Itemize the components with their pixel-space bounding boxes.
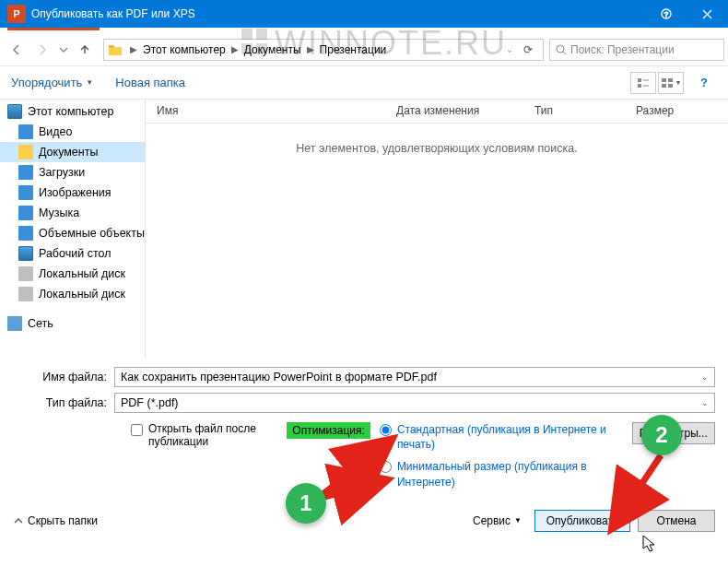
service-button[interactable]: Сервис▼ <box>473 514 522 527</box>
cancel-button[interactable]: Отмена <box>638 510 715 532</box>
svg-rect-19 <box>668 84 673 88</box>
svg-rect-18 <box>662 84 666 88</box>
disk-icon <box>18 287 33 301</box>
monitor-icon <box>7 104 22 119</box>
pictures-icon <box>18 185 33 200</box>
back-button[interactable] <box>4 37 29 63</box>
sidebar: Этот компьютер Видео Документы Загрузки … <box>0 100 146 358</box>
col-type[interactable]: Тип <box>523 100 625 123</box>
svg-rect-8 <box>109 47 122 55</box>
path-seg-root[interactable]: Этот компьютер <box>141 43 228 56</box>
cursor-icon <box>642 535 657 553</box>
address-bar[interactable]: ▶ Этот компьютер ▶ Документы ▶ Презентац… <box>103 39 544 61</box>
help-button[interactable]: ? <box>691 76 717 89</box>
navigation-bar: ▶ Этот компьютер ▶ Документы ▶ Презентац… <box>0 33 728 66</box>
search-icon <box>556 44 567 55</box>
publish-button[interactable]: Опубликовать <box>534 510 630 532</box>
filetype-label: Тип файла: <box>13 396 114 409</box>
svg-rect-16 <box>662 78 666 82</box>
view-mode-button-1[interactable] <box>630 72 656 94</box>
col-date[interactable]: Дата изменения <box>385 100 523 123</box>
column-headers: Имя Дата изменения Тип Размер <box>146 100 728 124</box>
filename-label: Имя файла: <box>13 371 114 383</box>
refresh-button[interactable]: ⟳ <box>517 43 539 56</box>
col-size[interactable]: Размер <box>625 100 708 123</box>
sidebar-item-desktop[interactable]: Рабочий стол <box>0 243 145 264</box>
window-title: Опубликовать как PDF или XPS <box>31 7 645 20</box>
video-icon <box>18 124 33 139</box>
radio-standard[interactable]: Стандартная (публикация в Интернете и пе… <box>380 422 632 452</box>
svg-point-10 <box>557 45 564 53</box>
chevron-down-icon[interactable]: ⌄ <box>502 44 517 54</box>
forward-button[interactable] <box>29 37 55 63</box>
filename-field[interactable]: Как сохранить презентацию PowerPoint в ф… <box>114 367 715 387</box>
chevron-right-icon: ▶ <box>126 44 141 54</box>
radio-minimal[interactable]: Минимальный размер (публикация в Интерне… <box>380 459 632 489</box>
hide-folders-button[interactable]: Скрыть папки <box>13 514 98 527</box>
recent-locations-button[interactable] <box>55 37 72 63</box>
filetype-field[interactable]: PDF (*.pdf)⌄ <box>114 393 715 413</box>
open-after-checkbox[interactable]: Открыть файл после публикации <box>131 422 287 448</box>
up-button[interactable] <box>72 37 98 63</box>
svg-line-11 <box>563 52 566 54</box>
downloads-icon <box>18 165 33 180</box>
help-titlebar-button[interactable]: ? <box>645 0 687 28</box>
organize-button[interactable]: Упорядочить▼ <box>11 76 93 89</box>
toolbar: Упорядочить▼ Новая папка ▼ ? <box>0 66 728 100</box>
view-mode-button-2[interactable]: ▼ <box>658 72 684 94</box>
network-icon <box>7 316 22 331</box>
sidebar-item-video[interactable]: Видео <box>0 122 145 142</box>
new-folder-button[interactable]: Новая папка <box>115 76 185 89</box>
col-name[interactable]: Имя <box>146 100 385 123</box>
chevron-up-icon <box>13 515 24 526</box>
search-placeholder: Поиск: Презентации <box>570 43 675 56</box>
accent-underline <box>7 28 100 30</box>
empty-folder-message: Нет элементов, удовлетворяющих условиям … <box>146 142 728 155</box>
sidebar-item-localdisk-d[interactable]: Локальный диск <box>0 284 145 304</box>
svg-rect-17 <box>668 78 673 82</box>
disk-icon <box>18 266 33 281</box>
sidebar-item-downloads[interactable]: Загрузки <box>0 162 145 183</box>
params-button[interactable]: Параметры... <box>632 422 715 444</box>
folder-icon <box>108 42 123 57</box>
path-seg-1[interactable]: Документы <box>242 43 303 56</box>
svg-text:?: ? <box>663 10 668 18</box>
sidebar-item-thispc[interactable]: Этот компьютер <box>0 101 145 122</box>
sidebar-item-network[interactable]: Сеть <box>0 313 145 334</box>
title-bar: P Опубликовать как PDF или XPS ? <box>0 0 728 28</box>
svg-rect-12 <box>638 78 641 82</box>
optimization-label: Оптимизация: <box>287 422 370 439</box>
close-button[interactable] <box>687 0 728 28</box>
app-icon: P <box>7 5 26 23</box>
desktop-icon <box>18 246 33 261</box>
documents-icon <box>18 145 33 159</box>
main-area: Этот компьютер Видео Документы Загрузки … <box>0 100 728 358</box>
action-row: Скрыть папки Сервис▼ Опубликовать Отмена <box>0 502 728 541</box>
form-area: Имя файла: Как сохранить презентацию Pow… <box>0 358 728 502</box>
search-input[interactable]: Поиск: Презентации <box>549 39 724 61</box>
sidebar-item-3dobjects[interactable]: Объемные объекты <box>0 223 145 243</box>
music-icon <box>18 206 33 220</box>
file-pane: Имя Дата изменения Тип Размер Нет элемен… <box>146 100 728 358</box>
chevron-right-icon: ▶ <box>303 44 318 54</box>
sidebar-item-localdisk-c[interactable]: Локальный диск <box>0 264 145 284</box>
sidebar-item-music[interactable]: Музыка <box>0 203 145 223</box>
path-seg-2[interactable]: Презентации <box>318 43 389 56</box>
svg-rect-13 <box>638 84 641 88</box>
svg-rect-9 <box>109 45 114 48</box>
sidebar-item-pictures[interactable]: Изображения <box>0 183 145 203</box>
sidebar-item-documents[interactable]: Документы <box>0 142 145 162</box>
objects-icon <box>18 226 33 241</box>
chevron-right-icon: ▶ <box>228 44 242 54</box>
